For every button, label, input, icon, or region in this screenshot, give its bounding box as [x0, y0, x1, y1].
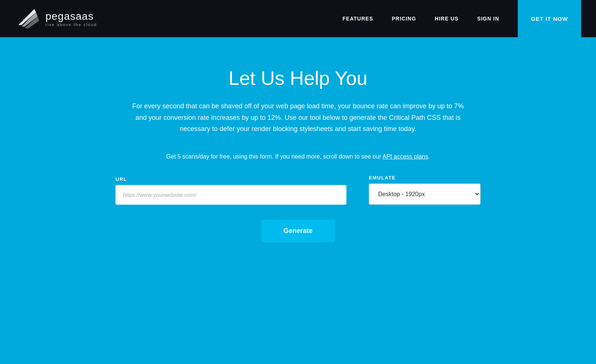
nav-link-sign-in[interactable]: SIGN IN: [477, 16, 499, 22]
hero-title: Let Us Help You: [229, 67, 368, 89]
logo-icon: [15, 7, 41, 30]
nav-link-pricing[interactable]: PRICING: [392, 16, 416, 22]
nav-link-features[interactable]: FEATURES: [342, 16, 373, 22]
url-input[interactable]: [115, 185, 346, 205]
get-it-now-button[interactable]: GET IT NOW: [518, 0, 581, 37]
logo-tagline: rise above the cloud: [45, 22, 97, 27]
form-area: URL EMULATE Desktop - 1920px Tablet - 10…: [74, 175, 522, 242]
hero-subtext-after: .: [428, 153, 430, 160]
logo-brand: pegasaas: [45, 10, 97, 22]
generate-button[interactable]: Generate: [261, 220, 335, 242]
url-label: URL: [115, 176, 346, 182]
emulate-form-group: EMULATE Desktop - 1920px Tablet - 1024px…: [369, 175, 481, 205]
url-form-group: URL: [115, 176, 346, 205]
hero-description: For every second that can be shaved off …: [130, 100, 466, 135]
nav-link-hire-us[interactable]: HIRE US: [435, 16, 459, 22]
hero-section: Let Us Help You For every second that ca…: [0, 37, 596, 265]
hero-subtext-before: Get 5 scans/day for free, using this for…: [166, 153, 383, 160]
hero-subtext: Get 5 scans/day for free, using this for…: [166, 153, 430, 160]
emulate-label: EMULATE: [369, 175, 481, 181]
logo-text: pegasaas rise above the cloud: [45, 10, 97, 27]
nav-links: FEATURES PRICING HIRE US SIGN IN GET IT …: [342, 0, 581, 37]
emulate-select[interactable]: Desktop - 1920px Tablet - 1024px Mobile …: [369, 183, 481, 205]
api-access-plans-link[interactable]: API access plans: [383, 153, 428, 160]
form-row: URL EMULATE Desktop - 1920px Tablet - 10…: [74, 175, 522, 205]
navbar: pegasaas rise above the cloud FEATURES P…: [0, 0, 596, 37]
logo[interactable]: pegasaas rise above the cloud: [15, 7, 97, 30]
